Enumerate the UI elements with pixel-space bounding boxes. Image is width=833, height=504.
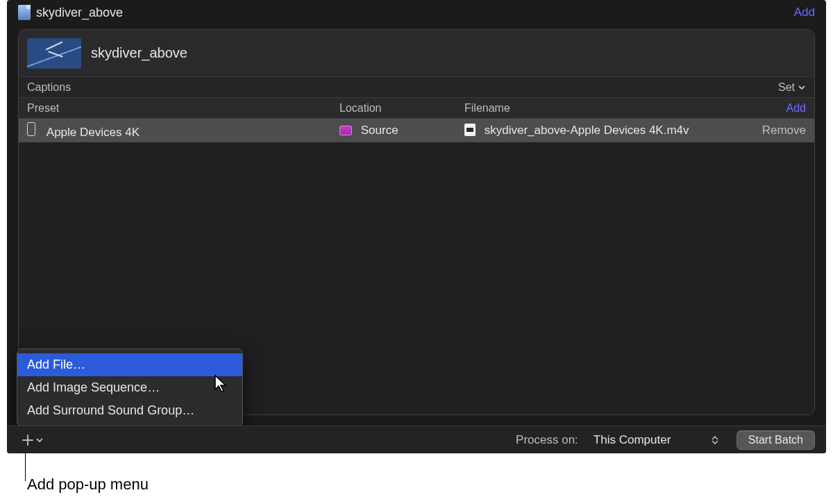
job-document-icon (18, 5, 31, 20)
header-add-link[interactable]: Add (794, 6, 815, 19)
plus-icon (21, 433, 35, 447)
source-row[interactable]: skydiver_above (19, 30, 814, 77)
callout-label: Add pop-up menu (27, 453, 149, 494)
process-on-label: Process on: (516, 433, 578, 447)
location-value: Source (361, 124, 398, 137)
chevron-down-icon (798, 83, 806, 92)
callout-line (25, 453, 26, 481)
job-header: skydiver_above Add (7, 0, 826, 25)
captions-label: Captions (27, 81, 71, 94)
column-header-filename: Filename (464, 102, 750, 115)
location-cell: Source (339, 124, 464, 137)
file-icon (464, 124, 476, 136)
process-on-select[interactable]: This Computer (587, 433, 725, 447)
folder-icon (339, 126, 352, 135)
process-on-value: This Computer (594, 433, 706, 447)
captions-set-label: Set (778, 81, 795, 94)
preset-name: Apple Devices 4K (47, 126, 140, 139)
captions-row: Captions Set (19, 77, 814, 98)
filename-value: skydiver_above-Apple Devices 4K.m4v (485, 124, 689, 137)
column-header-add-link[interactable]: Add (750, 102, 806, 115)
captions-set-button[interactable]: Set (778, 81, 806, 94)
add-popup-button[interactable] (18, 430, 47, 450)
batch-window: skydiver_above Add skydiver_above Captio… (7, 0, 826, 453)
menu-item-add-file[interactable]: Add File… (17, 353, 242, 376)
footer-bar: Process on: This Computer Start Batch (7, 426, 826, 453)
callout: Add pop-up menu (25, 453, 833, 494)
column-header-preset: Preset (27, 102, 339, 115)
filename-cell: skydiver_above-Apple Devices 4K.m4v (464, 124, 750, 137)
device-icon (27, 122, 35, 136)
menu-item-add-surround-sound-group[interactable]: Add Surround Sound Group… (17, 399, 242, 422)
add-popup-menu: Add File… Add Image Sequence… Add Surrou… (17, 348, 243, 427)
menu-item-add-image-sequence[interactable]: Add Image Sequence… (17, 376, 242, 399)
preset-cell: Apple Devices 4K (27, 122, 339, 140)
remove-button[interactable]: Remove (750, 124, 806, 137)
source-thumbnail (27, 38, 81, 69)
chevron-down-icon (35, 433, 44, 447)
stepper-icon (712, 435, 718, 445)
start-batch-button[interactable]: Start Batch (737, 430, 815, 450)
column-header-location: Location (339, 102, 464, 115)
job-title: skydiver_above (36, 6, 794, 20)
column-header-row: Preset Location Filename Add (19, 98, 814, 119)
source-name: skydiver_above (91, 45, 187, 61)
preset-row[interactable]: Apple Devices 4K Source skydiver_above-A… (19, 119, 814, 142)
